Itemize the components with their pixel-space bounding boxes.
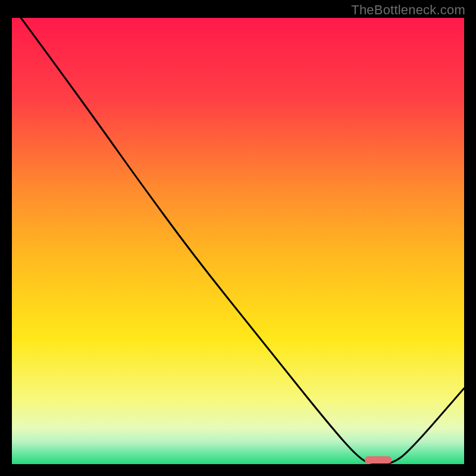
chart-container: TheBottleneck.com bbox=[0, 0, 476, 476]
optimum-marker bbox=[365, 456, 392, 464]
watermark-text: TheBottleneck.com bbox=[351, 2, 465, 18]
plot-area bbox=[12, 18, 464, 464]
chart-svg bbox=[12, 18, 464, 464]
gradient-background bbox=[12, 18, 464, 464]
